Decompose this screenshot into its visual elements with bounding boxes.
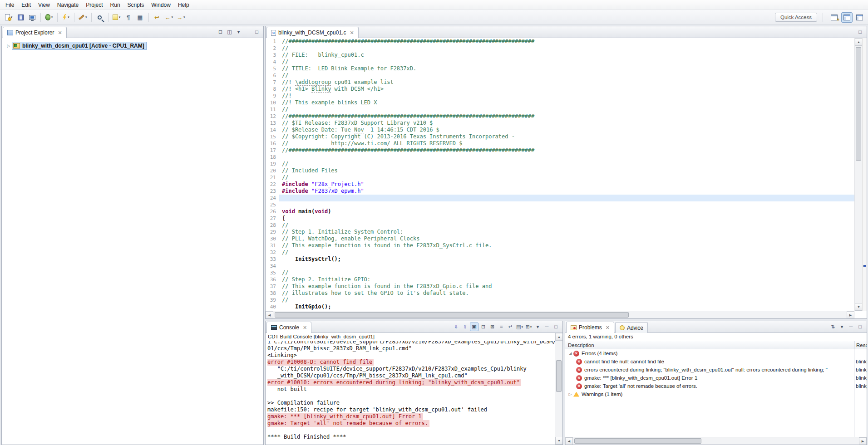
- line-number[interactable]: 7: [266, 79, 279, 86]
- close-icon[interactable]: ✕: [606, 325, 610, 331]
- close-icon[interactable]: ✕: [350, 30, 354, 36]
- column-resource[interactable]: Resour: [854, 341, 867, 349]
- line-number[interactable]: 33: [266, 256, 279, 263]
- line-number[interactable]: 8: [266, 86, 279, 93]
- code-line[interactable]: 12//####################################…: [266, 113, 854, 120]
- code-line[interactable]: 30// PLL, WatchDog, enable Peripheral Cl…: [266, 235, 854, 242]
- minimize-button[interactable]: ─: [542, 323, 551, 331]
- minimize-button[interactable]: ─: [847, 28, 855, 36]
- editor-vertical-scrollbar[interactable]: ▲ ▼: [854, 38, 862, 311]
- scroll-up-icon[interactable]: ▲: [855, 38, 863, 46]
- line-number[interactable]: 37: [266, 283, 279, 290]
- dropdown-arrow-icon[interactable]: ▾: [172, 15, 173, 19]
- line-number[interactable]: 22: [266, 181, 279, 188]
- dropdown-arrow-icon[interactable]: ▾: [183, 15, 185, 19]
- maximize-button[interactable]: □: [252, 28, 261, 36]
- scroll-right-icon[interactable]: ▶: [847, 311, 854, 319]
- maximize-button[interactable]: □: [856, 323, 864, 331]
- line-number[interactable]: 26: [266, 208, 279, 215]
- line-number[interactable]: 5: [266, 65, 279, 72]
- mark-occurrences-button[interactable]: ▾: [111, 12, 122, 23]
- code-line[interactable]: 17//####################################…: [266, 147, 854, 154]
- scrollbar-thumb[interactable]: [556, 360, 562, 392]
- code-line[interactable]: 28//: [266, 222, 854, 229]
- line-number[interactable]: 19: [266, 161, 279, 167]
- debug-button[interactable]: ▾: [44, 12, 54, 23]
- code-line[interactable]: 15// $Copyright: Copyright (C) 2013-2016…: [266, 133, 854, 140]
- line-number[interactable]: 23: [266, 188, 279, 195]
- code-line[interactable]: 27{: [266, 215, 854, 222]
- code-line[interactable]: 31// This example function is found in t…: [266, 242, 854, 249]
- problem-row[interactable]: ×cannot find file null: cannot find file…: [565, 357, 867, 366]
- view-menu-button[interactable]: ▾: [234, 28, 243, 36]
- editor-horizontal-scrollbar[interactable]: ◀ ▶: [266, 311, 854, 318]
- line-number[interactable]: 30: [266, 235, 279, 242]
- flash-button[interactable]: ▾: [60, 12, 71, 23]
- line-number[interactable]: 13: [266, 120, 279, 127]
- last-edit-location-button[interactable]: ↩: [152, 12, 163, 23]
- problems-horizontal-scrollbar[interactable]: ◀ ▶: [565, 437, 867, 445]
- show-next-console-button[interactable]: ⇩: [452, 323, 460, 331]
- code-line[interactable]: 14// $Release Date: Tue Nov 1 14:46:15 C…: [266, 127, 854, 133]
- line-number[interactable]: 31: [266, 242, 279, 249]
- pin-console-button[interactable]: ⊡: [479, 323, 488, 331]
- scroll-down-icon[interactable]: ▼: [555, 437, 563, 445]
- line-number[interactable]: 9: [266, 93, 279, 99]
- dropdown-arrow-icon[interactable]: ▾: [85, 15, 87, 19]
- line-number[interactable]: 34: [266, 263, 279, 269]
- tab-editor-file[interactable]: c blinky_with_DCSM_cpu01.c ✕: [266, 27, 359, 38]
- menu-file[interactable]: File: [2, 0, 18, 10]
- code-line[interactable]: 33 InitSysCtrl();: [266, 256, 854, 263]
- edit-button[interactable]: ▾: [77, 12, 89, 23]
- dropdown-arrow-icon[interactable]: ▾: [68, 15, 69, 19]
- expand-arrow-icon[interactable]: ▷: [5, 44, 12, 48]
- menu-run[interactable]: Run: [107, 0, 124, 10]
- line-number[interactable]: 29: [266, 229, 279, 235]
- code-line[interactable]: 38// illustrates how to set the GPIO to …: [266, 290, 854, 297]
- code-line[interactable]: 9//!: [266, 93, 854, 99]
- tab-advice[interactable]: Advice: [615, 322, 648, 333]
- open-console-button[interactable]: ⊞▾: [524, 323, 533, 331]
- line-number[interactable]: 12: [266, 113, 279, 120]
- code-line[interactable]: 8//! <h1> Blinky with DCSM </h1>: [266, 86, 854, 93]
- menu-help[interactable]: Help: [174, 0, 193, 10]
- code-line[interactable]: 40 InitGpio();: [266, 303, 854, 310]
- minimize-button[interactable]: ─: [847, 323, 855, 331]
- code-line[interactable]: 6//: [266, 72, 854, 79]
- line-number[interactable]: 14: [266, 127, 279, 133]
- back-button[interactable]: ←▾: [163, 12, 175, 23]
- line-number[interactable]: 10: [266, 99, 279, 106]
- view-menu-button[interactable]: ▾: [838, 323, 846, 331]
- line-number[interactable]: 2: [266, 45, 279, 52]
- code-line[interactable]: 7//! \addtogroup cpu01_example_list: [266, 79, 854, 86]
- code-line[interactable]: 36// Step 2. Initialize GPIO:: [266, 276, 854, 283]
- scrollbar-thumb[interactable]: [275, 312, 629, 318]
- show-previous-console-button[interactable]: ⇧: [461, 323, 469, 331]
- code-line[interactable]: 3// FILE: blinky_cpu01.c: [266, 52, 854, 59]
- line-number[interactable]: 28: [266, 222, 279, 229]
- tree-item-project[interactable]: ▷ blinky_with_dcsm_cpu01 [Active - CPU1_…: [2, 42, 263, 50]
- scroll-right-icon[interactable]: ▶: [859, 437, 867, 445]
- new-button[interactable]: ▾: [3, 12, 14, 23]
- overview-annotation[interactable]: [863, 265, 866, 267]
- view-menu-button[interactable]: ▾: [533, 323, 542, 331]
- forward-button[interactable]: →▾: [175, 12, 187, 23]
- line-number[interactable]: 39: [266, 297, 279, 303]
- clear-console-button[interactable]: ⊠: [488, 323, 497, 331]
- selected-project[interactable]: blinky_with_dcsm_cpu01 [Active - CPU1_RA…: [12, 42, 147, 50]
- code-line[interactable]: 2//: [266, 45, 854, 52]
- line-number[interactable]: 35: [266, 269, 279, 276]
- line-number[interactable]: 4: [266, 59, 279, 65]
- code-line[interactable]: 16// http://www.ti.com/ ALL RIGHTS RESER…: [266, 140, 854, 147]
- problem-group-error[interactable]: ◢×Errors (4 items): [565, 349, 867, 357]
- tab-console[interactable]: Console ✕: [266, 322, 311, 333]
- code-line[interactable]: 22#include "F28x_Project.h": [266, 181, 854, 188]
- code-line[interactable]: 24: [266, 195, 854, 201]
- code-line[interactable]: 21//: [266, 174, 854, 181]
- menu-window[interactable]: Window: [148, 0, 174, 10]
- line-number[interactable]: 16: [266, 140, 279, 147]
- code-line[interactable]: 37// This example function is found in t…: [266, 283, 854, 290]
- ccs-debug-perspective-button[interactable]: [854, 12, 865, 23]
- scroll-lock-button[interactable]: ≡: [497, 323, 506, 331]
- overview-ruler[interactable]: [862, 38, 867, 311]
